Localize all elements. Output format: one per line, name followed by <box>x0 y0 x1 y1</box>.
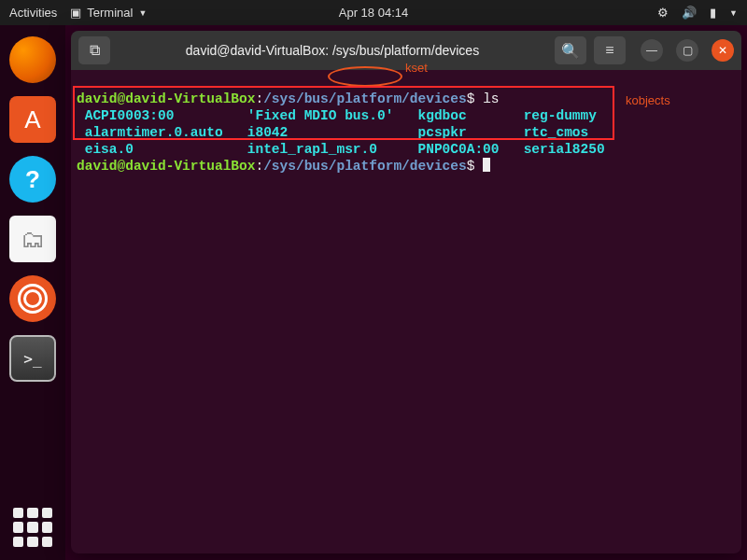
volume-icon[interactable]: 🔊 <box>682 6 697 20</box>
app-menu-label: Terminal <box>87 6 133 20</box>
settings-icon[interactable] <box>9 275 56 322</box>
terminal-window: ⧉ david@david-VirtualBox: /sys/bus/platf… <box>71 31 741 553</box>
ls-item: i8042 <box>247 125 289 140</box>
close-button[interactable]: ✕ <box>712 39 734 62</box>
prompt-colon: : <box>255 159 263 174</box>
network-icon[interactable]: ⚙ <box>657 6 669 20</box>
firefox-icon[interactable] <box>9 36 56 83</box>
prompt-path-pre: /sys/bus/ <box>263 91 336 106</box>
ls-item: 'Fixed MDIO bus.0' <box>247 108 394 123</box>
ls-item: PNP0C0A:00 <box>418 142 500 157</box>
ls-item: rtc_cmos <box>524 125 589 140</box>
battery-icon[interactable]: ▮ <box>710 6 716 20</box>
window-title: david@david-VirtualBox: /sys/bus/platfor… <box>118 43 547 58</box>
prompt-path-mid: platform <box>336 91 402 106</box>
chevron-down-icon: ▼ <box>138 8 147 18</box>
prompt-colon: : <box>255 91 263 106</box>
terminal-area[interactable]: david@david-VirtualBox:/sys/bus/platform… <box>71 70 741 553</box>
files-icon[interactable]: 🗂 <box>9 216 56 262</box>
software-icon[interactable]: A <box>9 96 56 143</box>
ls-item: pcspkr <box>418 125 467 140</box>
prompt-path-pre: /sys/bus/ <box>263 159 336 174</box>
new-tab-button[interactable]: ⧉ <box>78 36 110 64</box>
activities-button[interactable]: Activities <box>9 6 57 20</box>
ls-item: kgdboc <box>418 108 467 123</box>
prompt-dollar: $ <box>467 159 475 174</box>
ls-item: eisa.0 <box>85 142 134 157</box>
system-menu-chevron-icon[interactable]: ▼ <box>729 8 738 18</box>
minimize-button[interactable]: — <box>641 39 663 62</box>
prompt-user: david@david-VirtualBox <box>77 159 255 174</box>
prompt-path-post: /devices <box>402 91 467 106</box>
ls-item: alarmtimer.0.auto <box>85 125 223 140</box>
ls-item: reg-dummy <box>524 108 597 123</box>
command-ls: ls <box>483 91 499 106</box>
gnome-topbar: Activities ▣ Terminal ▼ Apr 18 04:14 ⚙ 🔊… <box>0 0 747 25</box>
terminal-mini-icon: ▣ <box>70 6 81 20</box>
terminal-icon[interactable] <box>9 335 56 382</box>
prompt-path-mid: platform <box>336 159 402 174</box>
search-button[interactable]: 🔍 <box>555 36 586 64</box>
show-applications-icon[interactable] <box>13 508 52 547</box>
app-menu[interactable]: ▣ Terminal ▼ <box>70 6 147 20</box>
dock: A ? 🗂 <box>0 25 65 560</box>
clock[interactable]: Apr 18 04:14 <box>339 6 408 20</box>
maximize-button[interactable]: ▢ <box>676 39 698 62</box>
prompt-user: david@david-VirtualBox <box>77 91 255 106</box>
cursor <box>483 158 490 172</box>
prompt-path-post: /devices <box>402 159 467 174</box>
help-icon[interactable]: ? <box>9 156 56 203</box>
annotation-kset-oval <box>328 66 402 87</box>
hamburger-menu-button[interactable]: ≡ <box>594 36 626 64</box>
prompt-dollar: $ <box>467 91 475 106</box>
ls-item: intel_rapl_msr.0 <box>247 142 377 157</box>
titlebar: ⧉ david@david-VirtualBox: /sys/bus/platf… <box>71 31 741 70</box>
ls-item: serial8250 <box>524 142 605 157</box>
ls-item: ACPI0003:00 <box>85 108 175 123</box>
